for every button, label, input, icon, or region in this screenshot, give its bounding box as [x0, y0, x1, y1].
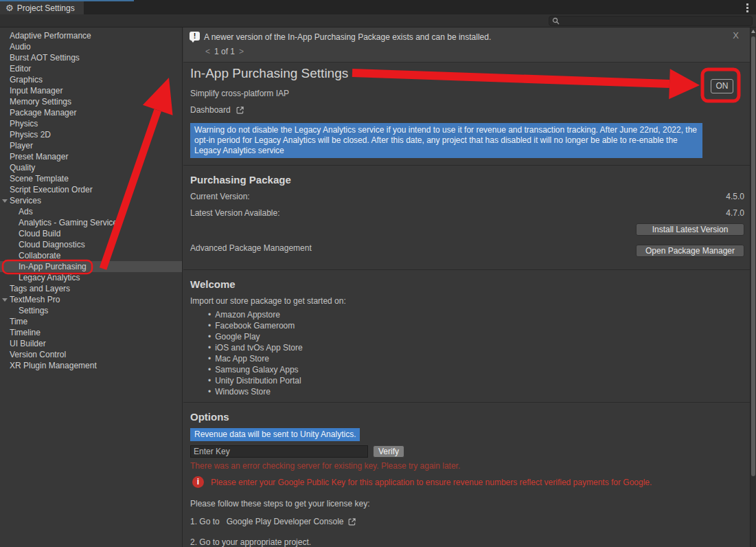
sidebar-item-quality[interactable]: Quality: [0, 162, 182, 173]
store-item: iOS and tvOs App Store: [208, 342, 303, 353]
latest-version-value: 4.7.0: [726, 208, 744, 218]
sidebar-item-scene-template[interactable]: Scene Template: [0, 173, 182, 184]
search-box[interactable]: [549, 16, 753, 26]
dashboard-label: Dashboard: [190, 105, 231, 115]
info-icon: i: [192, 476, 204, 488]
server-error-text: There was an error checking server for e…: [190, 461, 460, 471]
step1-prefix: 1. Go to: [190, 517, 220, 526]
store-item: Samsung Galaxy Apps: [208, 364, 303, 375]
sidebar-item-ads[interactable]: Ads: [0, 206, 182, 217]
store-item: Amazon Appstore: [208, 309, 303, 320]
banner-message: A newer version of the In-App Purchasing…: [204, 32, 491, 42]
current-version-label: Current Version:: [190, 192, 250, 201]
pager-prev-button[interactable]: <: [205, 47, 210, 56]
sidebar-item-memory-settings[interactable]: Memory Settings: [0, 96, 182, 107]
foldout-icon[interactable]: [2, 298, 8, 302]
external-link-icon: [236, 106, 244, 115]
revenue-analytics-note: Revenue data will be sent to Unity Analy…: [190, 428, 360, 441]
foldout-icon[interactable]: [2, 199, 8, 203]
sidebar-item-cloud-build[interactable]: Cloud Build: [0, 228, 182, 239]
in-app-purchasing-panel: ! A newer version of the In-App Purchasi…: [183, 27, 750, 547]
update-notification-banner: ! A newer version of the In-App Purchasi…: [183, 27, 750, 63]
sidebar-item-editor[interactable]: Editor: [0, 63, 182, 74]
tab-title: Project Settings: [17, 3, 75, 13]
search-icon: [552, 17, 560, 25]
sidebar-item-time[interactable]: Time: [0, 316, 182, 327]
settings-toolbar: [0, 14, 756, 27]
banner-pager: < 1 of 1 >: [205, 47, 244, 56]
dashboard-link[interactable]: Dashboard: [190, 105, 244, 115]
vertical-scrollbar[interactable]: [750, 27, 756, 547]
sidebar-item-adaptive-performance[interactable]: Adaptive Performance: [0, 30, 182, 41]
tab-bar: ⚙ Project Settings: [0, 0, 756, 14]
service-toggle-on-button[interactable]: ON: [711, 79, 733, 93]
license-step-1: 1. Go to Google Play Developer Console: [190, 517, 356, 526]
pager-label: 1 of 1: [214, 47, 235, 56]
sidebar-item-input-manager[interactable]: Input Manager: [0, 85, 182, 96]
options-heading: Options: [190, 411, 229, 423]
sidebar-item-burst-aot-settings[interactable]: Burst AOT Settings: [0, 52, 182, 63]
store-item: Facebook Gameroom: [208, 320, 303, 331]
sidebar-item-physics-2d[interactable]: Physics 2D: [0, 129, 182, 140]
sidebar-item-graphics[interactable]: Graphics: [0, 74, 182, 85]
store-item: Google Play: [208, 331, 303, 342]
google-key-input[interactable]: [190, 445, 368, 458]
license-steps-intro: Please follow these steps to get your li…: [190, 499, 369, 509]
sidebar-item-xr-plugin-management[interactable]: XR Plugin Management: [0, 360, 182, 371]
store-list: Amazon Appstore Facebook Gameroom Google…: [208, 309, 303, 397]
welcome-heading: Welcome: [190, 278, 236, 290]
scroll-up-icon[interactable]: [751, 30, 755, 33]
window-menu-icon[interactable]: [744, 3, 751, 12]
current-version-value: 4.5.0: [726, 192, 744, 201]
service-subtitle: Simplify cross-platform IAP: [190, 89, 289, 98]
settings-category-list: Adaptive Performance Audio Burst AOT Set…: [0, 27, 183, 547]
open-package-manager-button[interactable]: Open Package Manager: [636, 245, 744, 257]
welcome-intro: Import our store package to get started …: [190, 296, 346, 306]
sidebar-item-ui-builder[interactable]: UI Builder: [0, 338, 182, 349]
store-item: Unity Distribution Portal: [208, 375, 303, 386]
store-item: Mac App Store: [208, 353, 303, 364]
sidebar-item-in-app-purchasing[interactable]: In-App Purchasing: [0, 261, 182, 272]
sidebar-item-analytics-gaming-services[interactable]: Analytics - Gaming Services: [0, 217, 182, 228]
sidebar-item-package-manager[interactable]: Package Manager: [0, 107, 182, 118]
sidebar-item-player[interactable]: Player: [0, 140, 182, 151]
gear-icon: ⚙: [5, 3, 14, 12]
close-icon[interactable]: X: [733, 30, 739, 41]
search-input[interactable]: [560, 17, 749, 25]
sidebar-item-collaborate[interactable]: Collaborate: [0, 250, 182, 261]
verify-button[interactable]: Verify: [373, 445, 404, 458]
google-play-console-link[interactable]: Google Play Developer Console: [227, 517, 344, 526]
sidebar-item-audio[interactable]: Audio: [0, 41, 182, 52]
external-link-icon: [347, 517, 356, 526]
install-latest-version-button[interactable]: Install Latest Version: [636, 223, 744, 236]
sidebar-item-textmesh-pro[interactable]: TextMesh Pro: [0, 294, 182, 305]
google-key-notice: Please enter your Google Public Key for …: [211, 478, 652, 487]
advanced-package-management-label: Advanced Package Management: [190, 243, 312, 253]
sidebar-item-preset-manager[interactable]: Preset Manager: [0, 151, 182, 162]
legacy-analytics-warning: Warning do not disable the Legacy Analyt…: [190, 123, 702, 158]
sidebar-item-services[interactable]: Services: [0, 195, 182, 206]
page-title: In-App Purchasing Settings: [190, 66, 348, 81]
sidebar-item-tags-and-layers[interactable]: Tags and Layers: [0, 283, 182, 294]
sidebar-item-timeline[interactable]: Timeline: [0, 327, 182, 338]
sidebar-item-version-control[interactable]: Version Control: [0, 349, 182, 360]
pager-next-button[interactable]: >: [239, 47, 244, 56]
license-step-2: 2. Go to your appropriate project.: [190, 537, 311, 547]
purchasing-package-heading: Purchasing Package: [190, 174, 291, 186]
scrollbar-thumb[interactable]: [751, 36, 755, 476]
sidebar-item-script-execution-order[interactable]: Script Execution Order: [0, 184, 182, 195]
sidebar-item-cloud-diagnostics[interactable]: Cloud Diagnostics: [0, 239, 182, 250]
tab-project-settings[interactable]: ⚙ Project Settings: [0, 1, 84, 14]
sidebar-item-legacy-analytics[interactable]: Legacy Analytics: [0, 272, 182, 283]
sidebar-item-textmesh-settings[interactable]: Settings: [0, 305, 182, 316]
alert-bubble-icon: !: [190, 32, 200, 41]
sidebar-item-physics[interactable]: Physics: [0, 118, 182, 129]
store-item: Windows Store: [208, 386, 303, 397]
latest-version-label: Latest Version Available:: [190, 208, 280, 218]
